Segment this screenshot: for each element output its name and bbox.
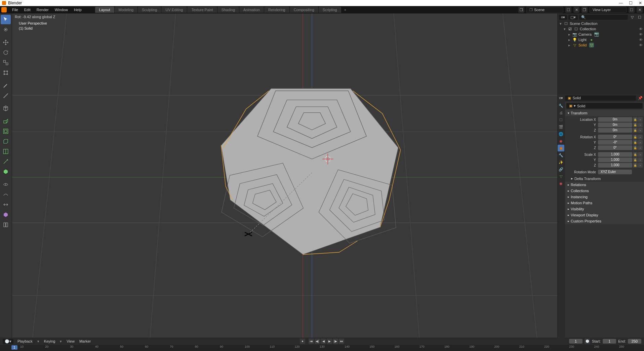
lock-icon[interactable]: 🔓: [633, 117, 638, 122]
menu-edit[interactable]: Edit: [22, 7, 33, 12]
tool-annotate[interactable]: [1, 81, 11, 90]
outliner-item-light[interactable]: ▸💡Light ● 👁: [558, 37, 644, 42]
ptab-physics[interactable]: ◉: [558, 138, 564, 144]
tab-modeling[interactable]: Modeling: [115, 7, 138, 13]
input-location-z[interactable]: 0m: [598, 128, 632, 133]
section-transform[interactable]: ▾Transform: [565, 110, 644, 116]
input-rotation-z[interactable]: 0°: [598, 145, 632, 150]
tab-texturepaint[interactable]: Texture Paint: [187, 7, 217, 13]
input-scale-x[interactable]: 1.000: [598, 152, 632, 157]
play-button[interactable]: ▶: [327, 339, 332, 344]
ptab-particles[interactable]: ✨: [558, 159, 564, 166]
add-workspace-button[interactable]: +: [341, 7, 349, 13]
input-scale-z[interactable]: 1.000: [598, 163, 632, 168]
prop-object-name-field[interactable]: ▣▾Solid: [566, 103, 643, 109]
properties-object-name[interactable]: ▣Solid: [565, 96, 636, 101]
keyframe-icon[interactable]: •: [638, 117, 643, 122]
tool-scale[interactable]: [1, 58, 11, 67]
close-button[interactable]: ✕: [639, 1, 642, 5]
layer-browse-icon[interactable]: ❐: [581, 7, 588, 13]
3d-viewport[interactable]: Rot: -9.42 along global Z: [12, 13, 557, 338]
visibility-toggle-icon[interactable]: 👁: [639, 27, 643, 31]
tool-spin[interactable]: [1, 180, 11, 189]
tool-loopcut[interactable]: [1, 147, 11, 156]
section-collections[interactable]: ▸Collections: [565, 188, 644, 194]
visibility-toggle-icon[interactable]: 👁: [639, 38, 643, 42]
scene-browse-icon[interactable]: ❐: [518, 7, 524, 13]
tool-measure[interactable]: [1, 91, 11, 100]
tab-shading[interactable]: Shading: [217, 7, 239, 13]
timeline-keying-menu[interactable]: Keying: [44, 339, 55, 343]
outliner-editor-select[interactable]: ≡▾: [559, 15, 567, 20]
tab-sculpting[interactable]: Sculpting: [138, 7, 161, 13]
tool-bevel[interactable]: [1, 137, 11, 146]
tool-rotate[interactable]: [1, 48, 11, 57]
tab-animation[interactable]: Animation: [239, 7, 264, 13]
section-relations[interactable]: ▸Relations: [565, 182, 644, 188]
autokey-toggle[interactable]: ●: [300, 339, 305, 344]
select-rotation-mode[interactable]: XYZ Euler: [598, 170, 632, 174]
section-instancing[interactable]: ▸Instancing: [565, 194, 644, 200]
menu-window[interactable]: Window: [52, 7, 71, 12]
outliner-item-camera[interactable]: ▸📷Camera 📷 👁: [558, 32, 644, 37]
scene-delete-icon[interactable]: ✕: [573, 7, 579, 13]
outliner-scene-collection[interactable]: ▾☐Scene Collection: [558, 21, 644, 26]
section-delta-transform[interactable]: ▸Delta Transform: [565, 175, 644, 182]
layer-delete-icon[interactable]: ✕: [637, 7, 643, 13]
section-viewport-display[interactable]: ▸Viewport Display: [565, 212, 644, 218]
maximize-button[interactable]: ☐: [629, 1, 633, 5]
visibility-toggle-icon[interactable]: 👁: [639, 43, 643, 47]
ptab-world[interactable]: 🌐: [558, 131, 564, 137]
ptab-viewlayer[interactable]: ☐: [558, 116, 564, 123]
end-frame-input[interactable]: 250: [628, 339, 641, 344]
tool-select-box[interactable]: [1, 15, 11, 24]
menu-file[interactable]: File: [9, 7, 21, 12]
input-rotation-y[interactable]: -0°: [598, 140, 632, 145]
outliner[interactable]: ▾☐Scene Collection ▾☑☐Collection 👁 ▸📷Cam…: [558, 21, 644, 94]
timeline-editor-select[interactable]: 🕐▾: [3, 339, 13, 344]
outliner-filter-icon[interactable]: ▽: [629, 14, 635, 20]
tool-add-cube[interactable]: [1, 104, 11, 113]
ptab-object[interactable]: ▣: [558, 145, 564, 151]
menu-render[interactable]: Render: [34, 7, 51, 12]
layer-new-icon[interactable]: ☐: [629, 7, 635, 13]
tab-scripting[interactable]: Scripting: [319, 7, 341, 13]
prev-keyframe-button[interactable]: ◀|: [315, 339, 320, 344]
pin-icon[interactable]: 📌: [638, 96, 643, 100]
timeline-ruler[interactable]: 1 10203040506070809010011012013014015016…: [0, 345, 644, 351]
next-keyframe-button[interactable]: |▶: [333, 339, 338, 344]
tool-cursor[interactable]: [1, 25, 11, 34]
tool-rip[interactable]: [1, 220, 11, 230]
tool-polybuild[interactable]: [1, 167, 11, 176]
timeline-playback-menu[interactable]: Playback: [17, 339, 33, 343]
tool-knife[interactable]: [1, 157, 11, 166]
outliner-collection[interactable]: ▾☑☐Collection 👁: [558, 26, 644, 32]
current-frame-input[interactable]: 1: [569, 339, 582, 344]
tool-smooth[interactable]: [1, 190, 11, 199]
ptab-scene[interactable]: 🎬: [558, 124, 564, 130]
tool-move[interactable]: [1, 38, 11, 47]
tab-uvediting[interactable]: UV Editing: [161, 7, 187, 13]
preview-range-icon[interactable]: 🕐: [585, 339, 590, 344]
outliner-new-collection-icon[interactable]: ☐: [637, 14, 643, 20]
tab-rendering[interactable]: Rendering: [264, 7, 289, 13]
visibility-toggle-icon[interactable]: 👁: [639, 32, 643, 36]
minimize-button[interactable]: —: [619, 1, 623, 5]
tool-transform[interactable]: [1, 68, 11, 77]
input-location-x[interactable]: 0m: [598, 117, 632, 122]
tool-edge-slide[interactable]: [1, 200, 11, 209]
timeline-view-menu[interactable]: View: [67, 339, 75, 343]
timeline-marker-menu[interactable]: Marker: [79, 339, 91, 343]
input-location-y[interactable]: 0m: [598, 122, 632, 127]
tool-inset[interactable]: [1, 127, 11, 136]
ptab-render[interactable]: 🔧: [558, 102, 564, 109]
tab-layout[interactable]: Layout: [95, 7, 114, 13]
input-rotation-x[interactable]: 0°: [598, 135, 632, 139]
viewlayer-selector[interactable]: View Layer: [590, 7, 627, 13]
tab-compositing[interactable]: Compositing: [290, 7, 318, 13]
properties-editor-select[interactable]: ≡▾: [559, 96, 563, 100]
input-scale-y[interactable]: 1.000: [598, 157, 632, 162]
start-frame-input[interactable]: 1: [603, 339, 616, 344]
outliner-search[interactable]: 🔍: [579, 15, 628, 20]
scene-new-icon[interactable]: ☐: [565, 7, 571, 13]
